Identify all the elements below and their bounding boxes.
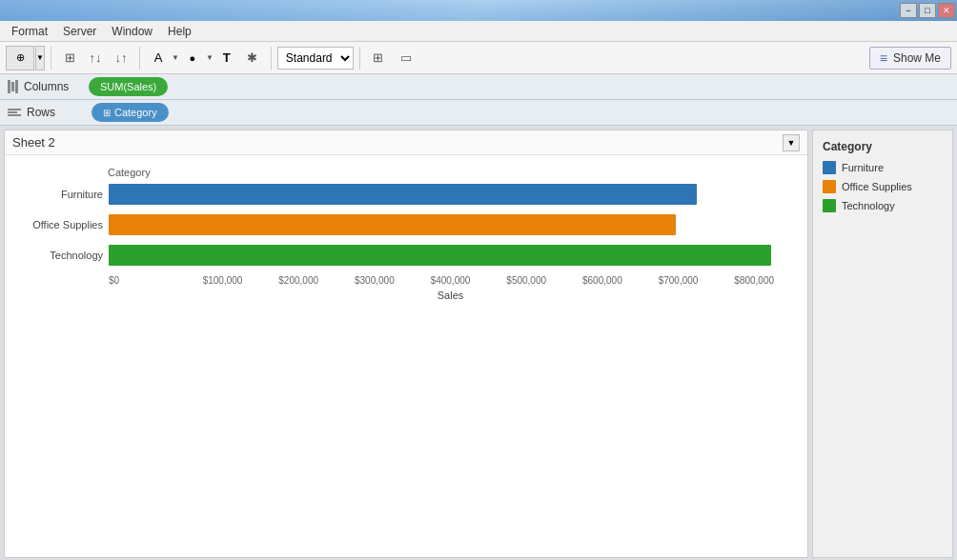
swap-rows-cols-button[interactable]: ⊞: [57, 46, 82, 70]
fit-view-button[interactable]: ⊞: [366, 46, 391, 70]
legend-label-technology: Technology: [842, 200, 895, 211]
color-dropdown[interactable]: ▼: [172, 53, 179, 62]
sheet-panel: Sheet 2 ▼ Category Furniture: [4, 130, 808, 558]
main-area: Sheet 2 ▼ Category Furniture: [0, 126, 957, 560]
minimize-button[interactable]: −: [900, 3, 917, 18]
x-tick-600k: $600,000: [564, 275, 641, 286]
x-tick-700k: $700,000: [641, 275, 717, 286]
x-tick-200k: $200,000: [260, 275, 336, 286]
menu-item-format[interactable]: Format: [4, 23, 55, 40]
menu-item-server[interactable]: Server: [55, 23, 104, 40]
x-tick-300k: $300,000: [336, 275, 413, 286]
legend-color-furniture: [823, 161, 836, 174]
sort-asc-button[interactable]: ↑↓: [83, 46, 108, 70]
sheet-title: Sheet 2: [12, 135, 55, 150]
x-axis-ticks: $0 $100,000 $200,000 $300,000 $400,000 $…: [12, 275, 792, 286]
color-button[interactable]: A: [146, 46, 171, 70]
x-tick-100k: $100,000: [185, 275, 261, 286]
columns-shelf-icon: [8, 80, 18, 93]
x-tick-400k: $400,000: [413, 275, 489, 286]
size-dropdown[interactable]: ▼: [206, 53, 214, 62]
rows-shelf: Rows ⊞ Category: [0, 100, 957, 126]
legend-color-technology: [823, 199, 836, 212]
sheet-header: Sheet 2 ▼: [5, 130, 807, 155]
legend-item-office-supplies[interactable]: Office Supplies: [823, 180, 943, 193]
legend-label-furniture: Furniture: [842, 162, 884, 173]
format-group: A ▼ ● ▼ T ✱: [146, 46, 265, 70]
mark-type-dropdown[interactable]: Standard: [277, 47, 354, 70]
sort-desc-button[interactable]: ↓↑: [109, 46, 133, 70]
legend-color-office-supplies: [823, 180, 836, 193]
menu-item-help[interactable]: Help: [160, 23, 199, 40]
tooltip-button[interactable]: ✱: [240, 46, 265, 70]
legend-label-office-supplies: Office Supplies: [842, 181, 912, 192]
columns-shelf-label: Columns: [24, 80, 83, 93]
bar-furniture: [109, 184, 697, 205]
y-axis-label: Category: [108, 167, 151, 178]
bar-wrapper-office-supplies: [109, 214, 792, 235]
bar-label-technology: Technology: [12, 250, 103, 261]
show-me-label: Show Me: [893, 51, 941, 65]
toolbar-sort-group: ⊞ ↑↓ ↓↑: [57, 46, 133, 70]
text-button[interactable]: T: [214, 46, 239, 70]
legend-item-furniture[interactable]: Furniture: [823, 161, 943, 174]
sheet-dropdown-button[interactable]: ▼: [783, 134, 800, 151]
chart-row-furniture: Furniture: [12, 184, 792, 205]
x-axis-label: Sales: [12, 290, 792, 301]
close-button[interactable]: ✕: [938, 3, 955, 18]
bar-label-furniture: Furniture: [12, 189, 103, 200]
size-button[interactable]: ●: [180, 46, 205, 70]
presentation-button[interactable]: ▭: [394, 46, 418, 70]
select-tool-button[interactable]: ⊕: [6, 46, 34, 70]
show-me-icon: ≡: [880, 50, 887, 66]
bar-technology: [109, 245, 771, 266]
rows-shelf-icon: [8, 109, 21, 116]
bar-wrapper-furniture: [109, 184, 792, 205]
chart-bars: Furniture Office Supplies Technology: [12, 184, 792, 266]
x-tick-800k: $800,000: [716, 275, 792, 286]
rows-shelf-label: Rows: [27, 106, 86, 119]
legend-item-technology[interactable]: Technology: [823, 199, 943, 212]
x-tick-0: $0: [109, 275, 185, 286]
legend-title: Category: [823, 140, 943, 153]
menu-item-window[interactable]: Window: [104, 23, 160, 40]
columns-shelf: Columns SUM(Sales): [0, 74, 957, 100]
bar-office-supplies: [109, 214, 676, 235]
chart-row-office-supplies: Office Supplies: [12, 214, 792, 235]
chart-row-technology: Technology: [12, 245, 792, 266]
select-tool-group: ⊕ ▼: [6, 46, 45, 70]
columns-pill[interactable]: SUM(Sales): [89, 77, 168, 96]
show-me-button[interactable]: ≡ Show Me: [869, 47, 951, 70]
rows-pill[interactable]: ⊞ Category: [92, 103, 169, 122]
bar-wrapper-technology: [109, 245, 792, 266]
select-tool-dropdown[interactable]: ▼: [35, 46, 45, 70]
maximize-button[interactable]: □: [919, 3, 936, 18]
legend-panel: Category Furniture Office Supplies Techn…: [812, 130, 953, 558]
menu-bar: Format Server Window Help: [0, 21, 957, 42]
bar-label-office-supplies: Office Supplies: [12, 219, 103, 230]
chart-area: Category Furniture Office Supplies: [5, 155, 807, 557]
x-tick-500k: $500,000: [488, 275, 564, 286]
toolbar: ⊕ ▼ ⊞ ↑↓ ↓↑ A ▼ ● ▼ T ✱ Standard ⊞ ▭ ≡ S…: [0, 42, 957, 74]
